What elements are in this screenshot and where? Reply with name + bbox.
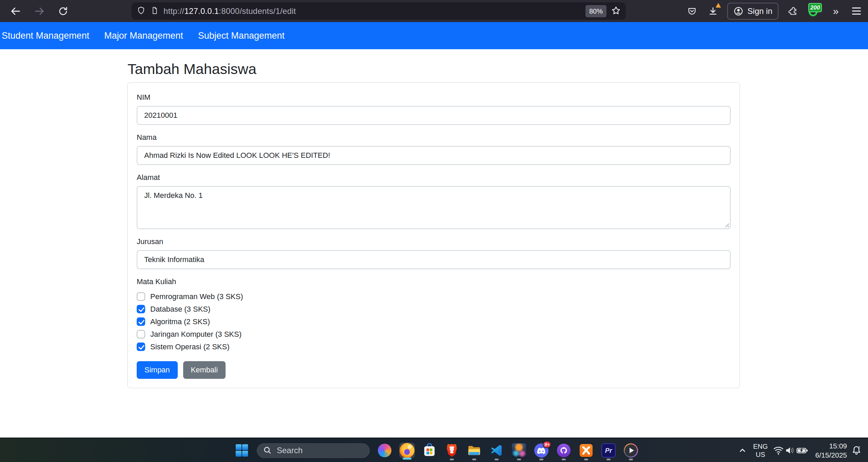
url-text: http://127.0.0.1:8000/students/1/edit [163,6,296,16]
screen: http://127.0.0.1:8000/students/1/edit 80… [0,0,868,462]
checkbox-database[interactable] [137,305,145,313]
course-option-row: Sistem Operasi (2 SKS) [137,340,731,353]
course-option-row: Algoritma (2 SKS) [137,315,731,328]
course-option-row: Jaringan Komputer (3 SKS) [137,328,731,340]
discord-notification-badge: 9+ [543,441,551,448]
nav-student-management[interactable]: Student Management [2,31,89,41]
bookmark-star-icon[interactable] [611,5,621,17]
download-alert-badge [716,3,721,8]
media-player-icon[interactable] [623,443,638,458]
jurusan-label: Jurusan [137,237,731,246]
extensions-puzzle-icon[interactable] [786,4,799,18]
pocket-icon[interactable] [685,4,699,18]
course-label: Jaringan Komputer (3 SKS) [150,330,242,339]
site-navbar: Student Management Major Management Subj… [0,22,868,49]
jurusan-input[interactable] [137,250,731,269]
nav-subject-management[interactable]: Subject Management [198,31,285,41]
tray-time: 15:09 [815,441,847,450]
extension-count-badge: 200 [808,3,822,12]
reload-button[interactable] [56,4,70,18]
checkbox-algoritma[interactable] [137,317,145,326]
game-icon[interactable] [512,443,526,458]
premiere-pro-icon[interactable]: Pr [601,443,616,458]
tracking-shield-icon[interactable] [136,6,146,17]
start-button[interactable] [234,443,249,458]
volume-icon[interactable] [784,445,796,456]
page-info-icon[interactable] [150,6,159,16]
url-path: :8000/students/1/edit [219,6,296,16]
system-tray: ENG US 15:09 6/15/2025 z [737,438,868,462]
github-desktop-icon[interactable] [556,443,571,458]
course-label: Pemrograman Web (3 SKS) [150,292,243,301]
nama-input[interactable] [137,146,731,165]
sign-in-label: Sign in [748,6,772,16]
checkbox-jaringan-komputer[interactable] [137,330,145,338]
course-option-row: Database (3 SKS) [137,303,731,315]
taskbar-search-box[interactable]: Search [257,443,370,458]
downloads-icon[interactable] [706,4,720,18]
clock[interactable]: 15:09 6/15/2025 [815,441,847,460]
simpan-button[interactable]: Simpan [137,361,178,379]
windows-taskbar: Search 9+ [0,438,868,462]
overflow-chevrons-icon[interactable]: » [829,4,842,18]
svg-text:z: z [858,445,860,449]
course-label: Database (3 SKS) [150,305,210,314]
url-domain: 127.0.0.1 [184,6,219,16]
region-code: US [753,450,768,459]
xampp-icon[interactable] [579,443,594,458]
nama-label: Nama [137,133,731,142]
search-placeholder: Search [277,446,303,455]
adblock-extension-icon[interactable]: 200 [807,3,821,19]
forward-button[interactable] [33,4,46,18]
checkbox-pemrograman-web[interactable] [137,292,145,301]
tray-date: 6/15/2025 [815,450,847,460]
browser-nav-buttons [9,0,70,22]
back-button[interactable] [9,4,22,18]
course-option-row: Pemrograman Web (3 SKS) [137,290,731,303]
url-bar[interactable]: http://127.0.0.1:8000/students/1/edit 80… [132,2,626,20]
student-form-card: NIM Nama Alamat Jl. Merdeka No. 1 Jurusa… [127,82,740,388]
page-content: Tambah Mahasiswa NIM Nama Alamat Jl. Mer… [0,49,868,438]
checkbox-sistem-operasi[interactable] [137,343,145,351]
hamburger-menu-icon[interactable] [850,4,863,18]
browser-toolbar: http://127.0.0.1:8000/students/1/edit 80… [0,0,868,22]
kembali-button[interactable]: Kembali [183,361,226,379]
mata-kuliah-label: Mata Kuliah [137,277,731,286]
file-explorer-icon[interactable] [467,443,482,458]
nim-label: NIM [137,93,731,102]
nav-major-management[interactable]: Major Management [104,31,183,41]
alamat-textarea[interactable]: Jl. Merdeka No. 1 [137,186,731,229]
language-indicator[interactable]: ENG US [753,442,768,459]
tray-chevron-icon[interactable] [737,445,748,456]
notification-bell-icon[interactable]: z [850,444,863,457]
course-label: Algoritma (2 SKS) [150,317,210,326]
account-icon [733,6,744,16]
url-protocol: http:// [163,6,184,16]
alamat-label: Alamat [137,173,731,182]
firefox-icon[interactable] [400,443,414,458]
sign-in-button[interactable]: Sign in [727,3,778,20]
wifi-icon[interactable] [773,445,784,456]
page-title: Tambah Mahasiswa [128,61,256,77]
discord-icon[interactable]: 9+ [534,443,549,458]
language-code: ENG [753,442,768,450]
nim-input[interactable] [137,106,731,125]
copilot-icon[interactable] [377,443,392,458]
brave-icon[interactable] [444,443,459,458]
vscode-icon[interactable] [489,443,504,458]
search-icon [263,446,272,455]
battery-icon[interactable] [796,445,809,456]
toolbar-right-icons: Sign in 200 » [685,0,863,22]
form-buttons: Simpan Kembali [137,361,731,379]
course-label: Sistem Operasi (2 SKS) [150,343,230,351]
zoom-level-badge[interactable]: 80% [585,5,606,17]
microsoft-store-icon[interactable] [422,443,437,458]
